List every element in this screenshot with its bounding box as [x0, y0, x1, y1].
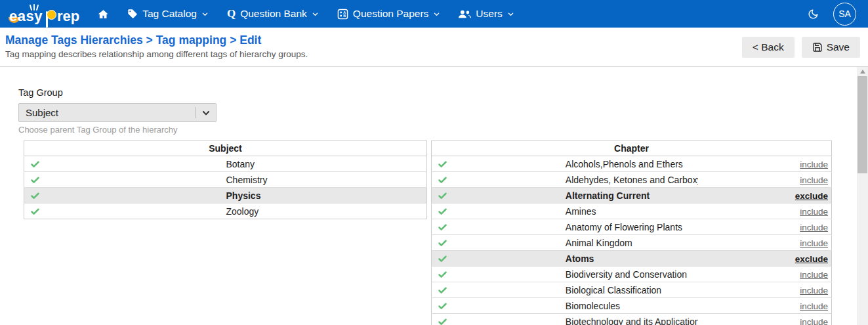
chapter-name: Atoms: [565, 251, 698, 267]
include-link[interactable]: include: [800, 317, 828, 325]
include-link[interactable]: include: [800, 238, 828, 248]
save-button-label: Save: [827, 41, 850, 53]
subject-row-chemistry[interactable]: Chemistry: [24, 172, 427, 188]
home-icon: [98, 9, 109, 20]
main-content: Tag Group Subject Choose parent Tag Grou…: [0, 67, 868, 325]
check-icon: [438, 270, 447, 280]
question-bank-icon: Q: [227, 7, 236, 20]
chapter-name: Anatomy of Flowering Plants: [565, 219, 698, 235]
brand-letter-p: [46, 10, 57, 28]
check-icon: [438, 160, 447, 169]
chapter-name: Biodiversity and Conservation: [565, 267, 698, 282]
brand-logo[interactable]: easy rep: [9, 0, 79, 28]
scrollbar-thumb[interactable]: [858, 76, 867, 173]
tag-group-selected-value: Subject: [19, 107, 196, 118]
page-subtitle: Tag mapping describes relationship among…: [5, 49, 308, 59]
select-chevron-down-icon: [196, 108, 216, 118]
check-icon: [438, 317, 447, 325]
nav-question-bank-label: Question Bank: [240, 8, 307, 20]
chevron-down-icon: [201, 11, 209, 18]
tag-group-select[interactable]: Subject: [18, 103, 217, 122]
chapter-row[interactable]: Animal Kingdom include: [432, 235, 832, 251]
chapter-row[interactable]: Biodiversity and Conservation include: [432, 267, 832, 282]
chapter-row[interactable]: Biomolecules include: [432, 298, 832, 314]
chapter-name: Alcohols,Phenols and Ethers: [565, 156, 698, 172]
check-icon: [438, 207, 447, 217]
chapter-name: Biomolecules: [565, 298, 698, 314]
breadcrumb[interactable]: Manage Tags Hierarchies > Tag mapping > …: [5, 33, 308, 47]
nav-question-bank[interactable]: Q Question Bank: [218, 0, 328, 28]
include-link[interactable]: include: [800, 160, 828, 169]
chapter-row[interactable]: Biotechnology and its Applications inclu…: [432, 314, 832, 325]
include-link[interactable]: include: [800, 175, 828, 185]
chapter-name: Amines: [565, 204, 698, 219]
check-icon: [438, 223, 447, 232]
check-icon: [30, 175, 40, 185]
user-avatar[interactable]: SA: [833, 3, 856, 26]
exclude-link[interactable]: exclude: [795, 191, 828, 201]
nav-question-papers[interactable]: AB Question Papers: [328, 0, 449, 28]
subject-name: Chemistry: [226, 172, 427, 188]
check-icon: [438, 191, 447, 201]
chapter-table-header: Chapter: [432, 141, 832, 156]
chapter-row[interactable]: Biological Classification include: [432, 282, 832, 298]
chevron-down-icon: [433, 11, 440, 18]
tag-icon: [127, 9, 138, 19]
check-icon: [438, 301, 447, 311]
chapter-name: Aldehydes, Ketones and Carboxylic Acids: [565, 172, 698, 188]
vertical-scrollbar[interactable]: [857, 67, 868, 325]
tag-group-label: Tag Group: [18, 67, 868, 98]
chapter-name: Biotechnology and its Applications: [565, 314, 698, 325]
include-link[interactable]: include: [800, 301, 828, 311]
nav-home[interactable]: [89, 0, 118, 28]
chapter-row[interactable]: Atoms exclude: [432, 251, 832, 267]
subject-name: Physics: [226, 188, 427, 204]
scrollbar-up-arrow[interactable]: [857, 67, 868, 76]
chapter-row[interactable]: Amines include: [432, 204, 832, 219]
exclude-link[interactable]: exclude: [795, 254, 828, 264]
chapter-name: Biological Classification: [565, 282, 698, 298]
navbar: easy rep Tag Catalog Q Question Bank: [0, 0, 868, 28]
include-link[interactable]: include: [800, 286, 828, 295]
chapter-row[interactable]: Alternating Current exclude: [432, 188, 832, 204]
nav-tag-catalog[interactable]: Tag Catalog: [118, 0, 218, 28]
subject-table: Subject Botany Chemistry Physics Zoology: [24, 141, 427, 219]
check-icon: [30, 207, 40, 217]
check-icon: [30, 191, 40, 201]
check-icon: [438, 286, 447, 295]
dark-mode-toggle-moon-icon[interactable]: [808, 9, 819, 20]
nav-question-papers-label: Question Papers: [353, 8, 428, 20]
include-link[interactable]: include: [800, 223, 828, 232]
svg-text:B: B: [343, 14, 346, 18]
back-button[interactable]: < Back: [742, 37, 795, 58]
nav-users-label: Users: [476, 8, 502, 20]
brand-text-easy: easy: [9, 5, 43, 28]
chapter-name: Animal Kingdom: [565, 235, 698, 251]
chapter-row[interactable]: Aldehydes, Ketones and Carboxylic Acids …: [432, 172, 832, 188]
check-icon: [438, 238, 447, 248]
include-link[interactable]: include: [800, 207, 828, 217]
subject-name: Botany: [226, 156, 427, 172]
subject-row-botany[interactable]: Botany: [24, 156, 427, 172]
save-floppy-icon: [812, 42, 823, 53]
nav-tag-catalog-label: Tag Catalog: [142, 8, 197, 20]
chapter-row[interactable]: Alcohols,Phenols and Ethers include: [432, 156, 832, 172]
subject-row-physics[interactable]: Physics: [24, 188, 427, 204]
tag-group-help-text: Choose parent Tag Group of the hierarchy: [18, 125, 868, 135]
save-button[interactable]: Save: [802, 37, 860, 58]
check-icon: [438, 254, 447, 264]
subject-name: Zoology: [226, 204, 427, 219]
check-icon: [30, 160, 40, 169]
subject-row-zoology[interactable]: Zoology: [24, 204, 427, 219]
chevron-down-icon: [312, 11, 319, 18]
users-icon: [459, 9, 471, 19]
nav-users[interactable]: Users: [449, 0, 523, 28]
subject-table-header: Subject: [24, 141, 427, 156]
nav-menu: Tag Catalog Q Question Bank AB Question …: [89, 0, 524, 28]
chevron-down-icon: [507, 11, 514, 18]
chapter-name: Alternating Current: [565, 188, 698, 204]
chapter-row[interactable]: Anatomy of Flowering Plants include: [432, 219, 832, 235]
chapter-table: Chapter Alcohols,Phenols and Ethers incl…: [431, 141, 832, 325]
page-header: Manage Tags Hierarchies > Tag mapping > …: [0, 28, 868, 67]
include-link[interactable]: include: [800, 270, 828, 280]
